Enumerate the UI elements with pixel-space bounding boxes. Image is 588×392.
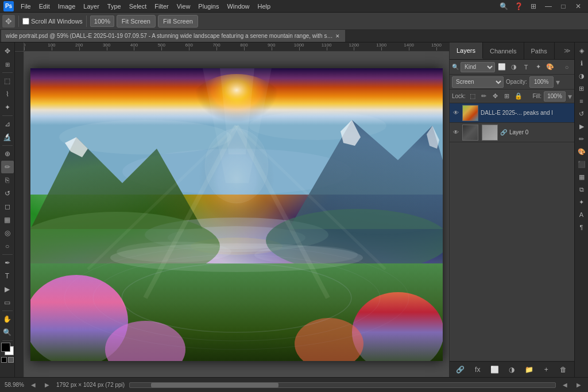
canvas-viewport[interactable] xyxy=(24,52,449,377)
blur-tool[interactable]: ◎ xyxy=(1,227,14,239)
crop-tool[interactable]: ⊿ xyxy=(1,118,14,130)
lock-image-btn[interactable]: ✏ xyxy=(479,92,489,101)
tab-layers[interactable]: Layers xyxy=(450,42,483,59)
strip-color-btn[interactable]: 🎨 xyxy=(576,146,587,157)
brush-tool[interactable]: ✏ xyxy=(1,161,14,173)
path-select-tool[interactable]: ▶ xyxy=(1,283,14,296)
strip-adjustments-btn[interactable]: ◑ xyxy=(576,70,587,81)
layer-row-dalle[interactable]: 👁 DALL-E 2025-... peaks and l xyxy=(450,103,574,123)
eyedropper-tool[interactable]: 🔬 xyxy=(1,131,14,143)
link-layers-btn[interactable]: 🔗 xyxy=(455,364,466,375)
foreground-color-swatch[interactable] xyxy=(1,343,10,352)
menu-filter[interactable]: Filter xyxy=(151,2,172,11)
gradient-tool[interactable]: ▦ xyxy=(1,214,14,226)
strip-channels-btn[interactable]: ≡ xyxy=(576,95,587,107)
type-tool[interactable]: T xyxy=(1,270,14,282)
move-tool[interactable]: ✥ xyxy=(1,45,14,57)
menu-layer[interactable]: Layer xyxy=(80,2,103,11)
dodge-tool[interactable]: ○ xyxy=(1,240,14,253)
filter-smart-btn[interactable]: 🎨 xyxy=(545,62,555,72)
search-btn[interactable]: 🔍 xyxy=(497,0,510,13)
status-scrollbar[interactable] xyxy=(129,382,556,388)
magic-wand-tool[interactable]: ✦ xyxy=(1,101,14,114)
layer-visibility-layer0[interactable]: 👁 xyxy=(452,129,460,137)
history-brush-tool[interactable]: ↺ xyxy=(1,187,14,200)
filter-toggle-btn[interactable]: ○ xyxy=(562,62,572,72)
blend-mode-dropdown[interactable]: Screen xyxy=(452,76,504,88)
minimize-btn[interactable]: — xyxy=(542,0,555,13)
menu-plugins[interactable]: Plugins xyxy=(195,2,222,11)
filter-shape-btn[interactable]: ✦ xyxy=(533,62,543,72)
tab-paths[interactable]: Paths xyxy=(524,42,555,59)
layer-mask-link-icon[interactable]: 🔗 xyxy=(500,129,507,135)
move-tool-icon[interactable]: ✥ xyxy=(2,15,15,28)
layer-visibility-dalle[interactable]: 👁 xyxy=(452,109,460,117)
panel-more-btn[interactable]: ≫ xyxy=(560,42,574,59)
lock-transparent-btn[interactable]: ⬚ xyxy=(468,92,477,101)
lock-artboard-btn[interactable]: ⊞ xyxy=(502,92,512,101)
quick-mask-on[interactable] xyxy=(8,357,14,363)
strip-actions-btn[interactable]: ▶ xyxy=(576,121,587,132)
fx-btn[interactable]: fx xyxy=(472,364,483,375)
pen-tool[interactable]: ✒ xyxy=(1,257,14,269)
fill-input[interactable] xyxy=(544,91,566,102)
fill-dropdown-arrow[interactable]: ▾ xyxy=(568,92,572,101)
clone-tool[interactable]: ⎘ xyxy=(1,174,14,187)
fit-screen-btn[interactable]: Fit Screen xyxy=(117,15,156,28)
menu-type[interactable]: Type xyxy=(104,2,125,11)
filter-kind-dropdown[interactable]: Kind xyxy=(461,62,495,72)
close-btn[interactable]: ✕ xyxy=(572,0,585,13)
status-scroll-right[interactable]: ▶ xyxy=(574,381,583,390)
new-group-btn[interactable]: 📁 xyxy=(523,364,535,375)
status-prev-btn[interactable]: ◀ xyxy=(29,381,38,390)
filter-type-btn[interactable]: T xyxy=(521,62,531,72)
maximize-btn[interactable]: □ xyxy=(557,0,570,13)
layer-row-layer0[interactable]: 👁 🔗 Layer 0 xyxy=(450,123,574,142)
strip-gradients-btn[interactable]: ▦ xyxy=(576,171,587,183)
strip-history-btn[interactable]: ↺ xyxy=(576,108,587,119)
hand-tool[interactable]: ✋ xyxy=(1,313,14,325)
eraser-tool[interactable]: ◻ xyxy=(1,200,14,213)
tab-channels[interactable]: Channels xyxy=(483,42,524,59)
zoom-tool[interactable]: 🔍 xyxy=(1,326,14,339)
zoom-input[interactable] xyxy=(90,15,114,27)
help-btn[interactable]: ❓ xyxy=(512,0,525,13)
strip-layers-btn[interactable]: ⊞ xyxy=(576,83,587,94)
status-next-btn[interactable]: ▶ xyxy=(42,381,52,390)
add-mask-btn[interactable]: ⬜ xyxy=(489,364,501,375)
new-layer-btn[interactable]: + xyxy=(540,364,552,375)
filter-pixel-btn[interactable]: ⬜ xyxy=(497,62,507,72)
rect-select-tool[interactable]: ⬚ xyxy=(1,75,14,87)
menu-view[interactable]: View xyxy=(173,2,194,11)
fill-screen-btn[interactable]: Fill Screen xyxy=(158,15,198,28)
workspace-btn[interactable]: ⊞ xyxy=(527,0,540,13)
shape-tool[interactable]: ▭ xyxy=(1,296,14,309)
menu-help[interactable]: Help xyxy=(254,2,274,11)
menu-edit[interactable]: Edit xyxy=(36,2,53,11)
strip-type-btn[interactable]: A xyxy=(576,209,587,220)
opacity-input[interactable] xyxy=(529,76,554,88)
artboard-tool[interactable]: ⊞ xyxy=(1,58,14,71)
scroll-all-windows-check[interactable]: Scroll All Windows xyxy=(22,18,83,25)
quick-mask-off[interactable] xyxy=(1,357,7,363)
strip-patterns-btn[interactable]: ⧉ xyxy=(576,184,587,195)
menu-select[interactable]: Select xyxy=(126,2,150,11)
menu-file[interactable]: File xyxy=(17,2,34,11)
tab-close-btn[interactable]: ✕ xyxy=(335,33,341,40)
strip-paragraph-btn[interactable]: ¶ xyxy=(576,222,587,233)
lock-all-btn[interactable]: 🔒 xyxy=(514,92,523,101)
menu-image[interactable]: Image xyxy=(55,2,79,11)
status-scroll-left[interactable]: ◀ xyxy=(560,381,570,390)
strip-navigator-btn[interactable]: ◈ xyxy=(576,45,587,56)
scroll-all-windows-checkbox[interactable] xyxy=(22,18,29,25)
delete-layer-btn[interactable]: 🗑 xyxy=(558,364,569,375)
document-tab[interactable]: wide portrait.psd @ 59% (DALL-E 2025-01-… xyxy=(1,30,346,42)
strip-brushes-btn[interactable]: ✏ xyxy=(576,133,587,145)
new-fill-adjustment-btn[interactable]: ◑ xyxy=(506,364,517,375)
opacity-dropdown-arrow[interactable]: ▾ xyxy=(556,77,560,87)
strip-properties-btn[interactable]: ℹ xyxy=(576,57,587,69)
filter-adjust-btn[interactable]: ◑ xyxy=(509,62,519,72)
strip-styles-btn[interactable]: ✦ xyxy=(576,196,587,208)
lasso-tool[interactable]: ⌇ xyxy=(1,88,14,100)
lock-position-btn[interactable]: ✥ xyxy=(491,92,500,101)
